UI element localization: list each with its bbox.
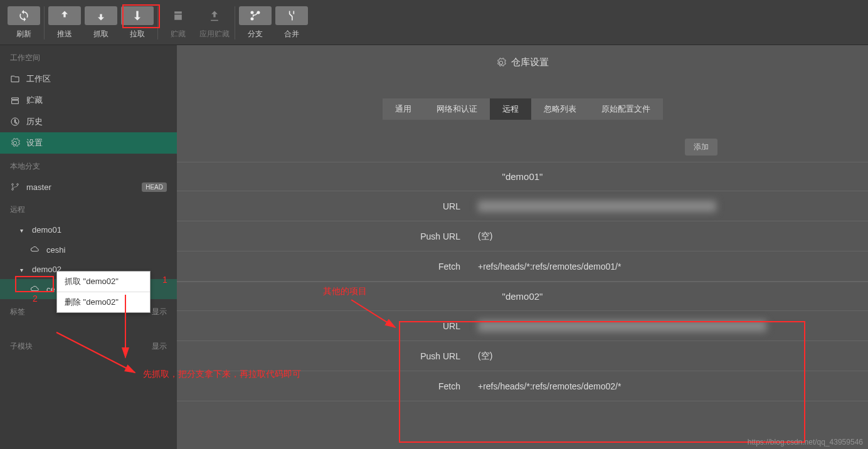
- merge-button[interactable]: 合并: [275, 6, 308, 40]
- stash-side-label: 贮藏: [26, 95, 167, 106]
- folder-icon: [10, 74, 20, 84]
- apply-stash-label: 应用贮藏: [199, 29, 230, 40]
- head-badge: HEAD: [142, 182, 167, 192]
- tab-ignore[interactable]: 忽略列表: [531, 98, 589, 120]
- context-menu: 抓取 "demo02" 删除 "demo02": [56, 271, 151, 313]
- toolbar: 刷新 推送 抓取 拉取 贮藏 应用贮藏 分支: [0, 0, 868, 45]
- ctx-fetch-demo02[interactable]: 抓取 "demo02": [57, 272, 150, 292]
- workspace-section-title: 工作空间: [0, 45, 177, 68]
- tree-toggle-icon: [20, 265, 26, 274]
- remote-pushurl-value: (空): [478, 351, 868, 362]
- sidebar-item-stash[interactable]: 贮藏: [0, 90, 177, 111]
- svg-point-0: [12, 184, 14, 186]
- page-title-text: 仓库设置: [511, 56, 549, 68]
- sidebar-remote-demo01-ceshi[interactable]: ceshi: [0, 240, 177, 260]
- sidebar-remote-demo01[interactable]: demo01: [0, 220, 177, 240]
- page-title: 仓库设置: [177, 45, 868, 80]
- stash-label: 贮藏: [171, 29, 186, 40]
- remote-pushurl-label: Push URL: [177, 351, 478, 361]
- history-label: 历史: [26, 116, 167, 127]
- pull-icon: [131, 9, 144, 22]
- push-label: 推送: [57, 29, 72, 40]
- refresh-icon: [18, 9, 30, 22]
- tab-raw-config[interactable]: 原始配置文件: [589, 98, 663, 120]
- refresh-button[interactable]: 刷新: [8, 6, 40, 40]
- push-button[interactable]: 推送: [48, 6, 81, 40]
- tab-general[interactable]: 通用: [383, 98, 424, 120]
- svg-point-2: [17, 184, 19, 186]
- push-icon: [58, 9, 71, 22]
- remote-pushurl-label: Push URL: [177, 231, 478, 241]
- refresh-label: 刷新: [16, 29, 31, 40]
- add-remote-button[interactable]: 添加: [685, 139, 717, 156]
- sidebar-item-workarea[interactable]: 工作区: [0, 68, 177, 90]
- sidebar-branch-master[interactable]: master HEAD: [0, 177, 177, 197]
- tags-show-link[interactable]: 显示: [152, 307, 167, 317]
- remote-block-demo02: "demo02" URL Push URL (空) Fetch +refs/he…: [177, 282, 868, 401]
- submodules-title-label: 子模块: [10, 341, 33, 352]
- fetch-icon: [95, 9, 107, 22]
- remote-pushurl-value: (空): [478, 231, 868, 242]
- remote-fetch-value: +refs/heads/*:refs/remotes/demo02/*: [478, 381, 868, 391]
- svg-point-1: [12, 189, 14, 191]
- workarea-label: 工作区: [26, 73, 167, 85]
- remote-url-value: [478, 201, 716, 212]
- apply-stash-icon: [208, 9, 221, 22]
- remote-fetch-label: Fetch: [177, 261, 478, 272]
- remote-demo01-label: demo01: [32, 225, 167, 235]
- tree-toggle-icon: [20, 225, 26, 235]
- branch-button[interactable]: 分支: [239, 6, 272, 40]
- submodules-title: 子模块 显示: [0, 334, 177, 357]
- cloud-icon: [30, 284, 40, 294]
- tab-network-auth[interactable]: 网络和认证: [424, 98, 490, 120]
- merge-icon: [285, 9, 298, 22]
- remote-fetch-label: Fetch: [177, 381, 478, 391]
- sidebar-item-history[interactable]: 历史: [0, 111, 177, 132]
- sidebar: 工作空间 工作区 贮藏 历史 设置 本地分支 master HEAD 远程 de…: [0, 45, 177, 449]
- remote-fetch-value: +refs/heads/*:refs/remotes/demo01/*: [478, 261, 868, 272]
- branch-label: 分支: [248, 29, 263, 40]
- sidebar-item-settings[interactable]: 设置: [0, 132, 177, 154]
- gear-icon: [496, 58, 506, 68]
- remote-demo02-title: "demo02": [177, 282, 868, 311]
- remote-demo01-title: "demo01": [177, 162, 868, 191]
- local-branches-title: 本地分支: [0, 154, 177, 177]
- stash-icon: [172, 9, 184, 22]
- submodules-show-link[interactable]: 显示: [152, 341, 167, 352]
- remote-url-label: URL: [177, 201, 478, 211]
- remote-url-label: URL: [177, 321, 478, 331]
- branch-icon: [249, 9, 262, 22]
- remotes-title: 远程: [0, 197, 177, 220]
- fetch-button[interactable]: 抓取: [85, 6, 117, 40]
- remote-block-demo01: "demo01" URL Push URL (空) Fetch +refs/he…: [177, 162, 868, 282]
- stash-side-icon: [10, 95, 20, 105]
- ctx-delete-demo02[interactable]: 删除 "demo02": [57, 292, 150, 312]
- watermark: https://blog.csdn.net/qq_43959546: [748, 438, 863, 446]
- gear-icon: [10, 138, 20, 148]
- branch-side-icon: [10, 182, 20, 192]
- pull-button[interactable]: 拉取: [121, 6, 154, 40]
- remote-ceshi-label: ceshi: [46, 245, 167, 255]
- history-icon: [10, 117, 20, 127]
- remote-url-value: [478, 320, 766, 332]
- tags-title-label: 标签: [10, 307, 25, 317]
- cloud-icon: [30, 245, 40, 255]
- master-label: master: [26, 182, 135, 192]
- settings-label: 设置: [26, 137, 167, 149]
- main-panel: 仓库设置 通用 网络和认证 远程 忽略列表 原始配置文件 添加 "demo01"…: [177, 45, 868, 449]
- fetch-label: 抓取: [93, 29, 109, 40]
- merge-label: 合并: [284, 29, 299, 40]
- pull-label: 拉取: [130, 29, 145, 40]
- stash-button[interactable]: 贮藏: [162, 6, 194, 40]
- settings-tabs: 通用 网络和认证 远程 忽略列表 原始配置文件: [177, 98, 868, 120]
- apply-stash-button[interactable]: 应用贮藏: [198, 6, 231, 40]
- tab-remote[interactable]: 远程: [490, 98, 531, 120]
